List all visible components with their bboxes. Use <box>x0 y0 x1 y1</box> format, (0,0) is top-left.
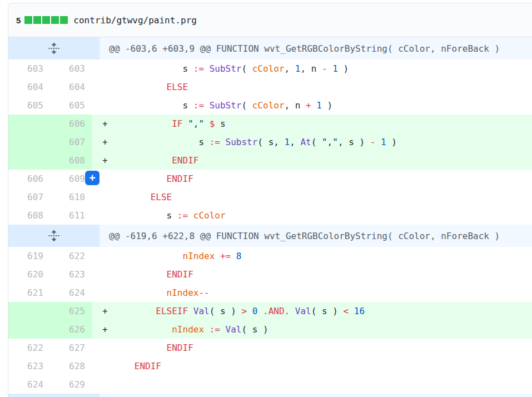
diffstat-square <box>24 16 32 24</box>
new-line-number[interactable]: 608 <box>50 151 92 170</box>
hunk-header-text: @@ -603,6 +603,9 @@ FUNCTION wvt_GetRGBC… <box>100 37 500 59</box>
diff-row: 603 603 s := SubStr( cColor, 1, n - 1 ) <box>8 59 532 78</box>
new-line-number[interactable]: 605 <box>50 96 92 115</box>
diff-row: 622 627 ENDIF <box>8 339 532 357</box>
file-path[interactable]: contrib/gtwvg/paint.prg <box>73 15 197 26</box>
diff-row: 625 + ELSEIF Val( s ) > 0 .AND. Val( s )… <box>8 302 532 320</box>
diffstat-squares <box>24 16 68 24</box>
old-line-number[interactable] <box>8 320 50 339</box>
new-line-number[interactable]: 625 <box>50 302 92 320</box>
old-line-number[interactable]: 607 <box>8 188 50 206</box>
new-line-number[interactable]: 623 <box>50 265 92 284</box>
diff-row: 619 622 nIndex += 8 <box>8 247 532 265</box>
old-line-number[interactable]: 603 <box>8 59 50 78</box>
code-cell: + s := Substr( s, 1, At( ",", s ) - 1 ) <box>92 133 532 151</box>
diffstat-square <box>51 16 59 24</box>
old-line-number[interactable]: 621 <box>8 284 50 302</box>
old-line-number[interactable]: 622 <box>8 339 50 357</box>
diffstat-square <box>60 16 68 24</box>
old-line-number[interactable]: 604 <box>8 78 50 96</box>
add-comment-button[interactable]: + <box>85 171 100 185</box>
new-line-number[interactable]: 610 <box>50 188 92 206</box>
new-line-number[interactable]: 603 <box>50 59 92 78</box>
diff-row: 608 611 s := cColor <box>8 206 532 225</box>
new-line-number[interactable]: 604 <box>50 78 92 96</box>
code-cell: ENDIF <box>92 357 532 375</box>
code-cell: s := SubStr( cColor, 1, n - 1 ) <box>92 59 532 78</box>
old-line-number[interactable] <box>8 302 50 320</box>
code-cell: ELSE <box>92 78 532 96</box>
code-cell <box>92 375 532 394</box>
code-cell: + ELSEIF Val( s ) > 0 .AND. Val( s ) < 1… <box>92 302 532 320</box>
code-cell: s := cColor <box>92 206 532 225</box>
new-line-number[interactable]: 611 <box>50 206 92 225</box>
diffstat-count: 5 <box>16 16 21 25</box>
code-cell: ENDIF <box>92 339 532 357</box>
code-cell: + ENDIF <box>92 151 532 170</box>
diff-row: 604 604 ELSE <box>8 78 532 96</box>
code-cell: + IF "," $ s <box>92 115 532 133</box>
file-header: 5 contrib/gtwvg/paint.prg <box>8 3 532 37</box>
diff-row: 607 + s := Substr( s, 1, At( ",", s ) - … <box>8 133 532 151</box>
diff-row: 608 + ENDIF <box>8 151 532 170</box>
diff-row: 606 609 ENDIF + <box>8 170 532 188</box>
diff-row: 623 628 ENDIF <box>8 357 532 375</box>
expand-hunk-button[interactable] <box>8 225 100 247</box>
old-line-number[interactable] <box>8 133 50 151</box>
new-line-number[interactable]: 624 <box>50 284 92 302</box>
new-line-number[interactable]: 622 <box>50 247 92 265</box>
code-cell: s := SubStr( cColor, n + 1 ) <box>92 96 532 115</box>
diff-table: @@ -603,6 +603,9 @@ FUNCTION wvt_GetRGBC… <box>8 37 532 397</box>
code-cell: ENDIF <box>92 265 532 284</box>
old-line-number[interactable]: 608 <box>8 206 50 225</box>
diff-row: 605 605 s := SubStr( cColor, n + 1 ) <box>8 96 532 115</box>
new-line-number[interactable]: 626 <box>50 320 92 339</box>
diff-file-card: 5 contrib/gtwvg/paint.prg @@ -603,6 +603… <box>8 3 532 397</box>
diff-row: 624 629 <box>8 375 532 394</box>
new-line-number[interactable]: 607 <box>50 133 92 151</box>
code-cell: nIndex-- <box>92 284 532 302</box>
code-cell: ENDIF <box>92 170 532 188</box>
old-line-number[interactable]: 624 <box>8 375 50 394</box>
hunk-header-row: @@ -619,6 +622,8 @@ FUNCTION wvt_GetRGBC… <box>8 225 532 247</box>
hunk-header-row: @@ -603,6 +603,9 @@ FUNCTION wvt_GetRGBC… <box>8 37 532 59</box>
code-cell: nIndex += 8 <box>92 247 532 265</box>
old-line-number[interactable]: 620 <box>8 265 50 284</box>
diffstat-square <box>33 16 41 24</box>
old-line-number[interactable]: 619 <box>8 247 50 265</box>
diffstat-square <box>42 16 50 24</box>
diff-row: 607 610 ELSE <box>8 188 532 206</box>
diff-row: 606 + IF "," $ s <box>8 115 532 133</box>
diff-row: 620 623 ENDIF <box>8 265 532 284</box>
old-line-number[interactable]: 605 <box>8 96 50 115</box>
hunk-header-text <box>100 394 109 397</box>
hunk-header-text: @@ -619,6 +622,8 @@ FUNCTION wvt_GetRGBC… <box>100 225 500 247</box>
old-line-number[interactable] <box>8 115 50 133</box>
new-line-number[interactable]: 606 <box>50 115 92 133</box>
unfold-icon <box>48 230 60 242</box>
diff-row: 626 + nIndex := Val( s ) <box>8 320 532 339</box>
old-line-number[interactable]: 606 <box>8 170 50 188</box>
old-line-number[interactable]: 623 <box>8 357 50 375</box>
hunk-header-row <box>8 394 532 397</box>
expand-hunk-button[interactable] <box>8 394 100 397</box>
unfold-icon <box>48 42 60 54</box>
expand-hunk-button[interactable] <box>8 37 100 59</box>
new-line-number[interactable]: 629 <box>50 375 92 394</box>
diff-row: 621 624 nIndex-- <box>8 284 532 302</box>
code-cell: + nIndex := Val( s ) <box>92 320 532 339</box>
old-line-number[interactable] <box>8 151 50 170</box>
new-line-number[interactable]: 627 <box>50 339 92 357</box>
code-cell: ELSE <box>92 188 532 206</box>
new-line-number[interactable]: 628 <box>50 357 92 375</box>
